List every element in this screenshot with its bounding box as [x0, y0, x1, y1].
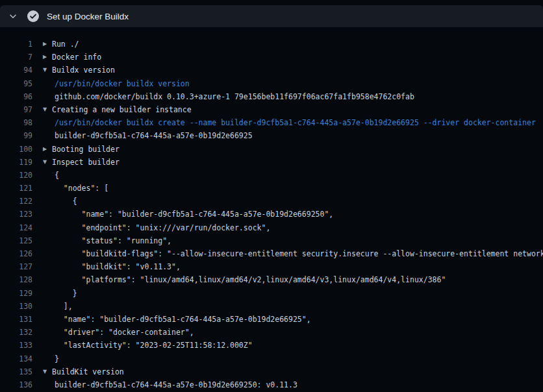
output-text: { [55, 169, 59, 182]
triangle-down-icon[interactable]: ▼ [43, 156, 52, 169]
line-number[interactable]: 100 [0, 143, 32, 156]
group-title: Docker info [52, 51, 101, 64]
output-text: "endpoint": "unix:///var/run/docker.sock… [55, 221, 270, 234]
output-text: builder-d9cfb5a1-c764-445a-a57e-0b19d2e6… [55, 378, 297, 391]
output-text: { [55, 195, 77, 208]
output-text: "status": "running", [55, 234, 171, 247]
output-text: } [55, 352, 59, 365]
output-text: builder-d9cfb5a1-c764-445a-a57e-0b19d2e6… [55, 129, 253, 142]
log-line: 133 "lastActivity": "2023-02-25T11:58:12… [0, 339, 543, 352]
log-line[interactable]: 97▼Creating a new builder instance [0, 103, 543, 116]
line-number[interactable]: 129 [0, 287, 32, 300]
line-number[interactable]: 95 [0, 77, 32, 90]
line-number[interactable]: 132 [0, 326, 32, 339]
line-number[interactable]: 133 [0, 339, 32, 352]
line-number[interactable]: 96 [0, 90, 32, 103]
check-circle-icon [27, 10, 39, 22]
line-number[interactable]: 98 [0, 116, 32, 129]
line-number[interactable]: 126 [0, 247, 32, 260]
log-line[interactable]: 94▼Buildx version [0, 64, 543, 77]
log-line: 136builder-d9cfb5a1-c764-445a-a57e-0b19d… [0, 378, 543, 391]
log-line[interactable]: 100▶Booting builder [0, 143, 543, 156]
log-line: 131 "name": "builder-d9cfb5a1-c764-445a-… [0, 313, 543, 326]
group-title: Buildx version [52, 64, 115, 77]
line-number[interactable]: 127 [0, 260, 32, 273]
command-text: /usr/bin/docker buildx create --name bui… [55, 116, 536, 129]
line-number[interactable]: 128 [0, 273, 32, 286]
log-line: 99builder-d9cfb5a1-c764-445a-a57e-0b19d2… [0, 129, 543, 142]
line-number[interactable]: 99 [0, 129, 32, 142]
log-line[interactable]: 7▶Docker info [0, 51, 543, 64]
output-text: "name": "builder-d9cfb5a1-c764-445a-a57e… [55, 208, 333, 221]
output-text: "lastActivity": "2023-02-25T11:58:12.000… [55, 339, 253, 352]
log-line: 125 "status": "running", [0, 234, 543, 247]
log-line: 96github.com/docker/buildx 0.10.3+azure-… [0, 90, 543, 103]
log-line: 122 { [0, 195, 543, 208]
log-line[interactable]: 135▼BuildKit version [0, 365, 543, 378]
output-text: "name": "builder-d9cfb5a1-c764-445a-a57e… [55, 313, 311, 326]
line-number[interactable]: 122 [0, 195, 32, 208]
group-title: Run ./ [52, 38, 79, 51]
log-line: 95/usr/bin/docker buildx version [0, 77, 543, 90]
triangle-down-icon[interactable]: ▼ [43, 64, 52, 77]
line-number[interactable]: 94 [0, 64, 32, 77]
triangle-right-icon[interactable]: ▶ [43, 143, 52, 156]
line-number[interactable]: 1 [0, 38, 32, 51]
line-number[interactable]: 121 [0, 182, 32, 195]
log-line: 120{ [0, 169, 543, 182]
group-title: Inspect builder [52, 156, 120, 169]
log-line: 121 "nodes": [ [0, 182, 543, 195]
log-line: 98/usr/bin/docker buildx create --name b… [0, 116, 543, 129]
output-text: "nodes": [ [55, 182, 108, 195]
log-viewer: 1▶Run ./7▶Docker info94▼Buildx version95… [0, 27, 543, 391]
output-text: "platforms": "linux/amd64,linux/amd64/v2… [55, 273, 446, 286]
log-line: 129 } [0, 287, 543, 300]
output-text: "driver": "docker-container", [55, 326, 194, 339]
line-number[interactable]: 131 [0, 313, 32, 326]
output-text: ], [55, 300, 73, 313]
log-line: 126 "buildkitd-flags": "--allow-insecure… [0, 247, 543, 260]
command-text: /usr/bin/docker buildx version [55, 77, 190, 90]
triangle-right-icon[interactable]: ▶ [43, 38, 52, 51]
step-header[interactable]: Set up Docker Buildx [0, 5, 543, 27]
line-number[interactable]: 124 [0, 221, 32, 234]
log-line: 132 "driver": "docker-container", [0, 326, 543, 339]
output-text: "buildkitd-flags": "--allow-insecure-ent… [55, 247, 543, 260]
log-line[interactable]: 119▼Inspect builder [0, 156, 543, 169]
output-text: github.com/docker/buildx 0.10.3+azure-1 … [55, 90, 414, 103]
line-number[interactable]: 125 [0, 234, 32, 247]
line-number[interactable]: 119 [0, 156, 32, 169]
line-number[interactable]: 120 [0, 169, 32, 182]
group-title: Booting builder [52, 143, 120, 156]
output-text: "buildkit": "v0.11.3", [55, 260, 181, 273]
line-number[interactable]: 130 [0, 300, 32, 313]
triangle-down-icon[interactable]: ▼ [43, 365, 52, 378]
log-line[interactable]: 1▶Run ./ [0, 38, 543, 51]
triangle-down-icon[interactable]: ▼ [43, 103, 52, 116]
log-line: 123 "name": "builder-d9cfb5a1-c764-445a-… [0, 208, 543, 221]
triangle-right-icon[interactable]: ▶ [43, 51, 52, 64]
log-line: 127 "buildkit": "v0.11.3", [0, 260, 543, 273]
output-text: } [55, 287, 77, 300]
log-line: 124 "endpoint": "unix:///var/run/docker.… [0, 221, 543, 234]
group-title: Creating a new builder instance [52, 103, 192, 116]
line-number[interactable]: 135 [0, 365, 32, 378]
step-title: Set up Docker Buildx [47, 12, 129, 21]
line-number[interactable]: 97 [0, 103, 32, 116]
line-number[interactable]: 136 [0, 378, 32, 391]
log-line: 128 "platforms": "linux/amd64,linux/amd6… [0, 273, 543, 286]
line-number[interactable]: 7 [0, 51, 32, 64]
chevron-down-icon[interactable] [8, 12, 18, 21]
line-number[interactable]: 134 [0, 352, 32, 365]
log-line: 134} [0, 352, 543, 365]
line-number[interactable]: 123 [0, 208, 32, 221]
group-title: BuildKit version [52, 365, 124, 378]
log-line: 130 ], [0, 300, 543, 313]
